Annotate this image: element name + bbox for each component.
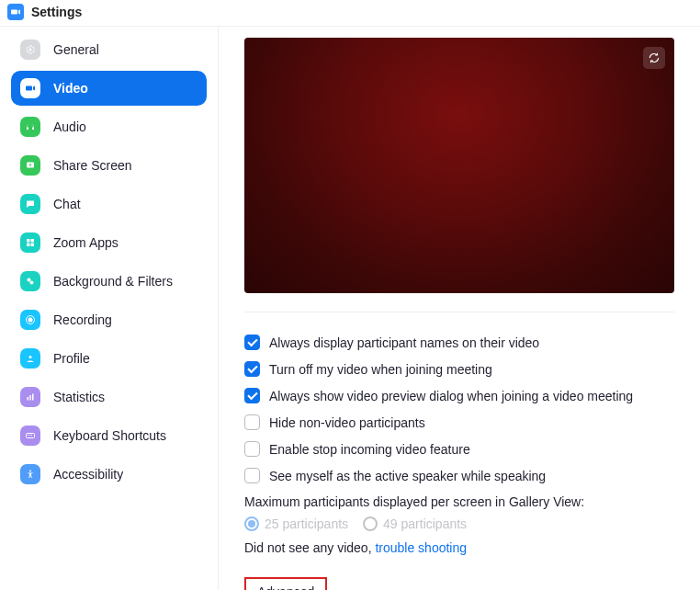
sidebar-item-video[interactable]: Video — [11, 71, 207, 106]
sidebar-item-label: Video — [53, 81, 88, 96]
sidebar-item-label: Zoom Apps — [53, 235, 119, 250]
video-settings-panel: Always display participant names on thei… — [219, 27, 700, 590]
sidebar-item-chat[interactable]: Chat — [11, 187, 207, 221]
sidebar-item-record[interactable]: Recording — [11, 302, 207, 337]
checkbox-icon — [244, 441, 260, 457]
sidebar-item-kbd[interactable]: Keyboard Shortcuts — [11, 418, 207, 453]
option-label: Enable stop incoming video feature — [269, 442, 470, 457]
rotate-camera-button[interactable] — [643, 47, 665, 69]
checkbox-icon — [244, 388, 260, 403]
option-label: See myself as the active speaker while s… — [269, 469, 546, 483]
troubleshooting-link[interactable]: trouble shooting — [375, 540, 467, 555]
sidebar-item-access[interactable]: Accessibility — [11, 457, 207, 492]
svg-point-7 — [30, 281, 34, 285]
stats-icon — [20, 387, 40, 407]
sidebar-item-label: General — [53, 42, 99, 57]
sidebar-item-label: Statistics — [53, 390, 105, 404]
sidebar-item-profile[interactable]: Profile — [11, 341, 207, 376]
checkbox-icon — [244, 361, 260, 377]
bgfilter-icon — [20, 271, 40, 291]
app-icon — [7, 4, 24, 20]
gallery-radio-0[interactable]: 25 participants — [244, 516, 348, 531]
svg-rect-13 — [32, 394, 34, 401]
option-checkbox-5[interactable]: See myself as the active speaker while s… — [244, 468, 693, 483]
sidebar-item-apps[interactable]: Zoom Apps — [11, 225, 207, 260]
option-checkbox-1[interactable]: Turn off my video when joining meeting — [244, 361, 693, 377]
svg-rect-3 — [31, 239, 35, 243]
profile-icon — [20, 348, 40, 369]
option-checkbox-3[interactable]: Hide non-video participants — [244, 414, 693, 430]
option-label: Turn off my video when joining meeting — [269, 362, 492, 377]
audio-icon — [20, 117, 40, 137]
svg-rect-12 — [29, 395, 31, 401]
sidebar-item-label: Keyboard Shortcuts — [53, 428, 166, 443]
gallery-view-label: Maximum participants displayed per scree… — [244, 494, 693, 509]
sidebar-item-general[interactable]: General — [11, 32, 207, 67]
sidebar-item-label: Audio — [53, 119, 86, 134]
video-preview — [244, 38, 674, 293]
chat-icon — [20, 194, 40, 214]
sidebar-item-bgfilter[interactable]: Background & Filters — [11, 264, 207, 299]
svg-point-10 — [29, 356, 32, 358]
svg-point-0 — [29, 49, 32, 51]
svg-point-18 — [29, 471, 31, 472]
titlebar: Settings — [0, 0, 700, 26]
advanced-button[interactable]: Advanced — [244, 577, 327, 590]
svg-rect-17 — [31, 435, 32, 436]
video-icon — [20, 78, 40, 98]
video-help-row: Did not see any video, trouble shooting — [244, 540, 693, 555]
sidebar-item-label: Background & Filters — [53, 274, 173, 289]
sidebar-item-audio[interactable]: Audio — [11, 109, 207, 144]
checkbox-icon — [244, 468, 260, 483]
general-icon — [20, 40, 40, 60]
option-label: Always display participant names on thei… — [269, 335, 539, 350]
access-icon — [20, 464, 40, 484]
divider — [244, 312, 674, 312]
radio-label: 25 participants — [265, 516, 348, 531]
svg-rect-16 — [29, 435, 30, 436]
sidebar-item-label: Chat — [53, 197, 81, 211]
rotate-icon — [648, 51, 660, 64]
checkbox-icon — [244, 335, 260, 350]
video-options: Always display participant names on thei… — [244, 335, 693, 483]
sidebar-item-stats[interactable]: Statistics — [11, 380, 207, 414]
radio-label: 49 participants — [383, 516, 467, 531]
option-checkbox-2[interactable]: Always show video preview dialog when jo… — [244, 388, 693, 403]
sidebar-item-label: Accessibility — [53, 467, 123, 482]
gallery-radio-1[interactable]: 49 participants — [363, 516, 467, 531]
option-label: Hide non-video participants — [269, 415, 425, 430]
sidebar-item-label: Recording — [53, 312, 112, 327]
record-icon — [20, 310, 40, 330]
svg-point-8 — [28, 318, 33, 323]
checkbox-icon — [244, 414, 260, 430]
radio-icon — [363, 516, 378, 531]
settings-window: GeneralVideoAudioShare ScreenChatZoom Ap… — [0, 26, 700, 590]
apps-icon — [20, 233, 40, 253]
svg-point-6 — [28, 278, 31, 282]
option-label: Always show video preview dialog when jo… — [269, 389, 633, 403]
svg-rect-5 — [31, 244, 35, 247]
share-icon — [20, 155, 40, 176]
gallery-view-options: 25 participants49 participants — [244, 516, 693, 531]
sidebar: GeneralVideoAudioShare ScreenChatZoom Ap… — [0, 27, 219, 590]
kbd-icon — [20, 425, 40, 446]
option-checkbox-4[interactable]: Enable stop incoming video feature — [244, 441, 693, 457]
svg-rect-11 — [28, 397, 29, 401]
svg-rect-15 — [28, 435, 28, 436]
help-text: Did not see any video, — [244, 540, 372, 555]
sidebar-item-label: Profile — [53, 351, 90, 366]
option-checkbox-0[interactable]: Always display participant names on thei… — [244, 335, 693, 350]
svg-rect-4 — [27, 244, 30, 247]
radio-icon — [244, 516, 259, 531]
svg-rect-2 — [27, 239, 30, 243]
sidebar-item-share[interactable]: Share Screen — [11, 148, 207, 183]
window-title: Settings — [31, 5, 82, 19]
sidebar-item-label: Share Screen — [53, 158, 132, 173]
